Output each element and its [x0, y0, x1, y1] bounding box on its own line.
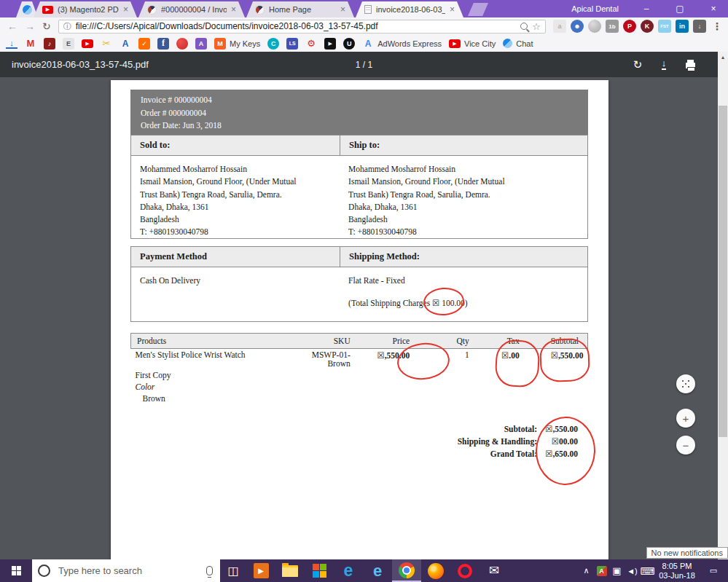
bookmark-ls[interactable]: LS — [286, 38, 298, 50]
new-tab-button[interactable] — [468, 3, 488, 16]
address-line: Ismail Mansion, Ground Floor, (Under Mut… — [140, 176, 331, 188]
invoice-document: Invoice # 000000004 Order # 000000004 Or… — [130, 90, 588, 460]
taskbar-store[interactable] — [305, 559, 334, 582]
tray-volume[interactable]: ◄) — [625, 559, 640, 582]
taskbar-chrome-active[interactable] — [392, 559, 421, 582]
account-extension-icon[interactable]: ☻ — [571, 20, 584, 33]
reload-icon[interactable]: ↻ — [42, 20, 51, 32]
tray-chevron[interactable]: ∧ — [579, 559, 594, 582]
bookmark-tools[interactable]: ✂ — [101, 38, 112, 50]
taskbar-firefox[interactable] — [421, 559, 450, 582]
taskbar-search-box[interactable] — [32, 559, 220, 582]
bookmark-youtube[interactable]: ▶ — [82, 39, 93, 48]
print-icon[interactable] — [681, 52, 699, 77]
k-extension-icon[interactable]: K — [641, 20, 654, 33]
taskbar-internet-explorer[interactable]: e — [363, 559, 392, 582]
tab-close-icon[interactable]: × — [340, 5, 345, 14]
page-info-icon[interactable]: ⓘ — [63, 21, 71, 32]
bookmark-c[interactable]: C — [267, 38, 279, 50]
mail-icon: ✉ — [489, 563, 499, 578]
bookmark-e[interactable]: E — [63, 38, 74, 50]
title-bar: ▶ (3) Magento2 PDF invoic × #000000004 /… — [0, 0, 728, 17]
e-icon: E — [63, 38, 74, 50]
taskbar-search-input[interactable] — [57, 565, 206, 577]
gear-icon: ⚙ — [305, 38, 317, 50]
globe-extension-icon[interactable] — [588, 20, 601, 33]
bookmark-play[interactable]: ▶ — [324, 38, 336, 50]
browser-menu-icon[interactable]: ⋮ — [712, 20, 722, 32]
close-button[interactable]: × — [699, 0, 728, 17]
bookmark-red-app[interactable] — [176, 38, 188, 50]
movies-tv-icon: ▶ — [254, 563, 269, 578]
avast-extension-icon[interactable]: a — [553, 20, 566, 33]
bookmark-adwords-express[interactable]: AAdWords Express — [362, 38, 442, 50]
taskbar-edge[interactable]: e — [334, 559, 363, 582]
task-view-button[interactable]: ◫ — [220, 559, 246, 582]
zoom-in-button[interactable]: + — [676, 409, 695, 428]
bookmark-my-keys[interactable]: MMy Keys — [214, 38, 260, 50]
url-input[interactable] — [76, 21, 517, 31]
bookmark-u[interactable]: U — [343, 38, 355, 50]
downloader-extension-icon[interactable]: ↓ — [693, 20, 706, 33]
onebox-extension-icon[interactable]: 1b — [606, 20, 619, 33]
payment-method-value: Cash On Delivery — [131, 267, 340, 321]
profile-name[interactable]: Apical Dental — [571, 0, 619, 17]
bookmark-gmail[interactable]: M — [25, 38, 36, 50]
tab-close-icon[interactable]: × — [123, 5, 128, 14]
zoom-search-icon[interactable] — [520, 23, 528, 30]
payment-body: Cash On Delivery Flat Rate - Fixed (Tota… — [130, 267, 588, 322]
ship-to-label: Ship to: — [340, 135, 587, 155]
clock-date: 03-Jun-18 — [655, 571, 699, 581]
bookmark-downloads[interactable]: ↓ — [6, 38, 17, 49]
tab-invoice-pdf-active[interactable]: invoice2018-06-03_13-57 × — [356, 1, 463, 17]
shipping-method-label: Shipping Method: — [340, 247, 587, 267]
bookmark-orange[interactable]: ✓ — [138, 38, 150, 50]
bookmark-media[interactable]: ♪ — [44, 38, 55, 50]
pinterest-extension-icon[interactable]: P — [623, 20, 636, 33]
scrollbar-thumb[interactable] — [719, 106, 727, 437]
linkedin-extension-icon[interactable]: in — [676, 20, 689, 33]
tray-network[interactable]: ▣ — [609, 559, 625, 582]
back-icon[interactable]: ← — [7, 20, 17, 32]
bookmark-analytics[interactable]: A — [120, 38, 131, 50]
download-icon[interactable]: ↓ — [655, 52, 673, 77]
fit-page-button[interactable] — [676, 374, 695, 393]
fst-extension-icon[interactable]: FST — [658, 20, 671, 33]
scroll-up-icon[interactable]: ▴ — [718, 52, 728, 62]
bookmark-settings[interactable]: ⚙ — [305, 38, 317, 50]
bookmark-star-icon[interactable]: ☆ — [532, 21, 541, 32]
vertical-scrollbar[interactable]: ▴ ▾ — [718, 52, 728, 559]
minimize-button[interactable]: – — [632, 0, 661, 17]
tab-close-icon[interactable]: × — [450, 5, 455, 14]
zoom-out-button[interactable]: − — [676, 436, 695, 455]
printer-glyph — [686, 63, 695, 68]
start-button[interactable] — [0, 559, 32, 582]
taskbar-file-explorer[interactable] — [275, 559, 305, 582]
action-center-button[interactable]: ▭ — [699, 559, 728, 582]
internet-explorer-icon: e — [373, 562, 382, 581]
tray-avast[interactable]: A — [594, 559, 609, 582]
address-line: T: +8801930040798 — [140, 226, 331, 238]
maximize-button[interactable]: ▢ — [665, 0, 694, 17]
bookmark-facebook[interactable]: f — [157, 38, 169, 50]
task-view-icon: ◫ — [227, 564, 238, 578]
address-bar[interactable]: ⓘ ☆ — [58, 20, 546, 34]
tab-close-icon[interactable]: × — [231, 5, 236, 14]
pdf-filename: invoice2018-06-03_13-57-45.pdf — [12, 52, 149, 77]
bookmark-purple-a[interactable]: A — [195, 38, 207, 50]
taskbar-clock[interactable]: 8:05 PM 03-Jun-18 — [655, 562, 699, 581]
taskbar-movies-tv[interactable]: ▶ — [246, 559, 275, 582]
address-body: Mohammed Mosharrof Hossain Ismail Mansio… — [130, 156, 588, 239]
microphone-icon[interactable] — [206, 566, 213, 575]
taskbar-mail[interactable]: ✉ — [480, 559, 509, 582]
rotate-icon[interactable]: ↻ — [629, 52, 646, 77]
taskbar-opera[interactable] — [450, 559, 480, 582]
tray-keyboard[interactable]: ⌨ — [640, 559, 655, 582]
tab-home-page[interactable]: Home Page × — [246, 1, 354, 17]
tab-invoices[interactable]: #000000004 / Invoices / C × — [138, 1, 245, 17]
forward-icon[interactable]: → — [25, 20, 35, 32]
subtotal-label: Subtotal: — [504, 423, 537, 436]
bookmark-chat[interactable]: Chat — [503, 39, 533, 48]
bookmark-vice-city[interactable]: ▶Vice City — [449, 39, 496, 48]
tab-magento2-pdf-invoice[interactable]: ▶ (3) Magento2 PDF invoic × — [34, 1, 137, 17]
